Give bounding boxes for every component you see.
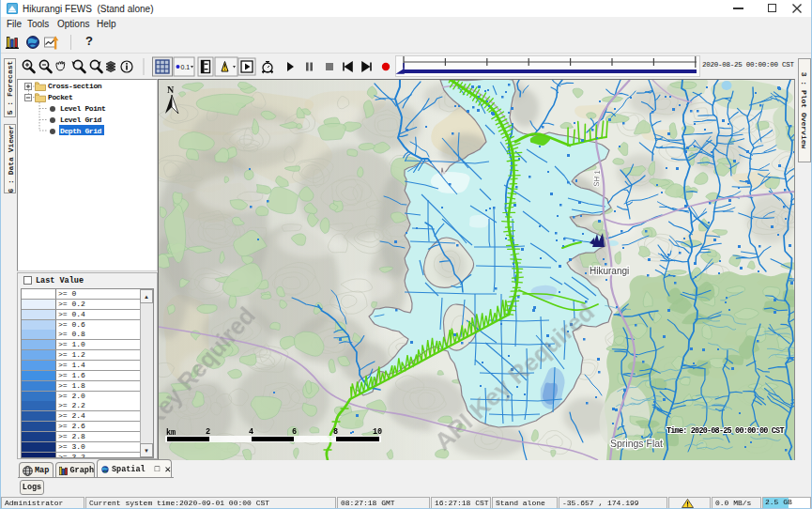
svg-text:Springs Flat: Springs Flat [610,438,663,449]
svg-text:0.1: 0.1 [181,64,191,70]
svg-text:SH 1: SH 1 [592,169,602,187]
svg-text:2: 2 [206,427,210,437]
svg-text:6: 6 [292,427,297,437]
svg-text:10: 10 [373,427,382,437]
svg-text:4: 4 [249,427,253,437]
svg-text:km: km [166,428,176,438]
svg-text:Hikurangi: Hikurangi [590,266,629,276]
svg-text:Time: 2020-08-25 00:00:00 CST: Time: 2020-08-25 00:00:00 CST [666,426,784,436]
svg-text:N: N [167,85,175,95]
svg-text:8: 8 [333,427,338,437]
